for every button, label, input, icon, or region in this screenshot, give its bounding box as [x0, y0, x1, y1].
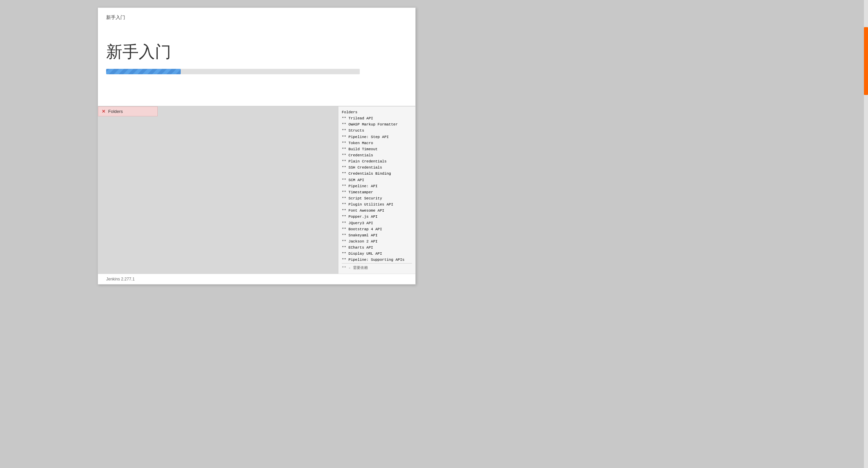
progress-bar-container: [106, 69, 360, 74]
code-line: ** Popper.js API: [342, 214, 412, 220]
code-line: ** Credentials Binding: [342, 171, 412, 177]
code-line: ** SSH Credentials: [342, 164, 412, 171]
main-container: 新手入门 新手入门 ✕ Folders Folders ** Trilead A…: [98, 7, 416, 285]
page-title-small: 新手入门: [106, 15, 407, 21]
code-line: ** SCM API: [342, 177, 412, 183]
code-line: ** Pipeline: Supporting APIs: [342, 257, 412, 263]
code-line: ** Structs: [342, 128, 412, 134]
code-line: ** Font Awesome API: [342, 208, 412, 214]
bottom-area: ✕ Folders Folders ** Trilead API** OWASP…: [98, 106, 415, 274]
code-line: ** Trilead API: [342, 115, 412, 121]
code-line: ** Bootstrap 4 API: [342, 226, 412, 232]
code-line: ** Pipeline: Step API: [342, 134, 412, 140]
close-icon[interactable]: ✕: [102, 109, 105, 114]
code-line: ** Build Timeout: [342, 146, 412, 152]
code-panel-footer: ** - 需要依赖: [342, 263, 412, 271]
code-line: ** Snakeyaml API: [342, 232, 412, 238]
scrollbar-container[interactable]: [864, 0, 868, 468]
code-lines-container: ** Trilead API** OWASP Markup Formatter*…: [342, 115, 412, 263]
page-title-large: 新手入门: [106, 41, 407, 63]
code-section-header: Folders: [342, 109, 412, 115]
code-line: ** Display URL API: [342, 251, 412, 257]
code-line: ** JQuery3 API: [342, 220, 412, 226]
scrollbar-thumb[interactable]: [864, 27, 868, 95]
code-line: ** Script Security: [342, 195, 412, 201]
progress-bar-fill: [106, 69, 181, 74]
code-line: ** Credentials: [342, 152, 412, 158]
code-panel-content: Folders ** Trilead API** OWASP Markup Fo…: [342, 109, 412, 263]
folders-label: Folders: [108, 109, 123, 114]
code-line: ** Token Macro: [342, 140, 412, 146]
code-line: ** Plain Credentials: [342, 158, 412, 164]
code-line: ** Jackson 2 API: [342, 238, 412, 245]
code-line: ** Pipeline: API: [342, 183, 412, 189]
code-line: ** Plugin Utilities API: [342, 201, 412, 208]
code-panel: Folders ** Trilead API** OWASP Markup Fo…: [338, 106, 415, 274]
footer-required-text: ** - 需要依赖: [342, 266, 368, 270]
panel-center: [158, 106, 338, 274]
code-line: ** OWASP Markup Formatter: [342, 121, 412, 128]
code-line: ** ECharts API: [342, 245, 412, 251]
code-line: ** Timestamper: [342, 189, 412, 195]
top-section: 新手入门 新手入门: [98, 8, 415, 106]
jenkins-version: Jenkins 2.277.1: [106, 277, 135, 281]
panel-left: ✕ Folders: [98, 106, 158, 274]
footer-bar: Jenkins 2.277.1: [98, 274, 415, 284]
folders-item[interactable]: ✕ Folders: [98, 106, 158, 116]
